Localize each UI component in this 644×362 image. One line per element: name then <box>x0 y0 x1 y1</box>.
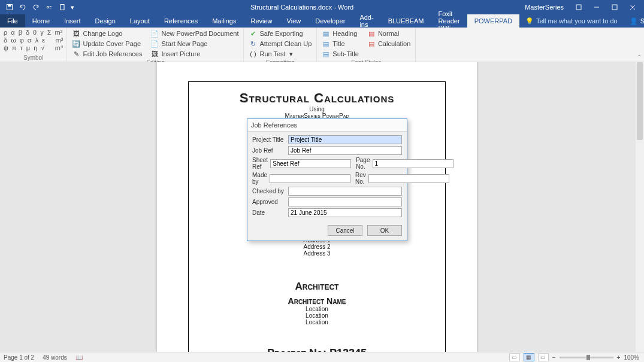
job-references-dialog: Job References Project Title Job Ref She… <box>247 118 407 241</box>
ribbon-group-editing: 🖼Change Logo 🔄Update Cover Page ✎Edit Jo… <box>67 28 244 62</box>
new-doc-icon: 📄 <box>150 29 159 38</box>
label-approved: Approved <box>252 199 286 205</box>
zoom-in-button[interactable]: + <box>617 354 621 361</box>
symbol-row-1[interactable]: ραβδθγΣm² <box>4 29 63 36</box>
tab-bluebeam[interactable]: BLUEBEAM <box>381 14 431 28</box>
web-layout-icon[interactable]: ▭ <box>538 353 549 361</box>
insert-picture-button[interactable]: 🖼Insert Picture <box>149 49 240 59</box>
undo-icon[interactable] <box>17 1 29 13</box>
svg-rect-6 <box>612 5 617 10</box>
update-cover-button[interactable]: 🔄Update Cover Page <box>71 39 143 48</box>
run-test-button[interactable]: ( )Run Test▾ <box>247 49 313 59</box>
label-checked-by: Checked by <box>252 188 286 194</box>
share-button[interactable]: 👤 Share <box>624 14 644 28</box>
label-date: Date <box>252 209 286 216</box>
style-icon: ▤ <box>367 39 376 48</box>
tell-me[interactable]: 💡 Tell me what you want to do <box>519 14 624 28</box>
label-project-title: Project Title <box>252 136 286 143</box>
zoom-slider[interactable] <box>560 357 613 358</box>
doc-using: Using <box>189 106 445 112</box>
svg-rect-3 <box>61 5 64 10</box>
edit-job-refs-button[interactable]: ✎Edit Job References <box>71 49 143 59</box>
status-page[interactable]: Page 1 of 2 <box>4 354 34 361</box>
tab-design[interactable]: Design <box>88 14 123 28</box>
doc-project-no: Project No: P12345 <box>189 347 445 352</box>
start-new-page-label: Start New Page <box>161 40 207 47</box>
save-icon[interactable] <box>4 1 16 13</box>
style-icon: ▤ <box>322 39 330 48</box>
tab-layout[interactable]: Layout <box>123 14 157 28</box>
input-checked-by[interactable] <box>288 187 402 196</box>
subtitle-label: Sub-Title <box>332 50 359 57</box>
status-words[interactable]: 49 words <box>43 354 67 361</box>
print-layout-icon[interactable]: ▦ <box>524 353 534 361</box>
edit-job-refs-label: Edit Job References <box>83 50 142 57</box>
title-bar: ▾ Structural Calculations.docx - Word Ma… <box>0 0 644 14</box>
collapse-ribbon-icon[interactable]: ⌃ <box>637 54 642 60</box>
zoom-level[interactable]: 100% <box>624 354 639 361</box>
proofing-icon[interactable]: 📖 <box>75 354 83 361</box>
heading-style-button[interactable]: ▤Heading <box>321 29 360 38</box>
tab-mailings[interactable]: Mailings <box>205 14 243 28</box>
style-icon: ▤ <box>367 29 376 38</box>
doc-main-title: Structural Calculations <box>189 90 445 106</box>
safe-exporting-button[interactable]: ✔Safe Exporting <box>247 29 313 38</box>
input-project-title[interactable] <box>288 135 402 144</box>
calculation-style-button[interactable]: ▤Calculation <box>366 39 412 48</box>
picture-icon: 🖼 <box>150 50 159 58</box>
scroll-thumb[interactable] <box>637 62 643 140</box>
doc-addr3: Address 3 <box>189 250 445 257</box>
check-icon: ✔ <box>249 29 257 38</box>
label-job-ref: Job Ref <box>252 147 286 154</box>
input-sheet-ref[interactable] <box>270 159 351 168</box>
tab-developer[interactable]: Developer <box>308 14 352 28</box>
read-mode-icon[interactable]: ▭ <box>509 353 520 361</box>
tab-foxit[interactable]: Foxit Reader PDF <box>431 14 467 28</box>
subtitle-style-button[interactable]: ▤Sub-Title <box>321 49 360 59</box>
redo-icon[interactable] <box>30 1 42 13</box>
touch-mode-icon[interactable] <box>43 1 55 13</box>
input-rev-no[interactable] <box>368 174 449 183</box>
close-icon[interactable] <box>624 0 642 14</box>
title-style-button[interactable]: ▤Title <box>321 39 360 48</box>
tab-insert[interactable]: Insert <box>57 14 88 28</box>
attempt-cleanup-button[interactable]: ↻Attempt Clean Up <box>247 39 313 48</box>
ribbon-options-icon[interactable] <box>570 0 588 14</box>
label-page-no: Page No. <box>353 157 370 170</box>
attempt-cleanup-label: Attempt Clean Up <box>259 40 312 47</box>
share-label: Share <box>640 17 644 25</box>
tab-references[interactable]: References <box>157 14 205 28</box>
cancel-button[interactable]: Cancel <box>328 225 362 236</box>
tab-view[interactable]: View <box>280 14 309 28</box>
input-date[interactable] <box>288 208 402 217</box>
maximize-icon[interactable] <box>606 0 624 14</box>
refresh-icon: 🔄 <box>72 39 80 48</box>
symbol-row-3[interactable]: ψπτμη√xm⁴ <box>4 44 63 52</box>
tab-home[interactable]: Home <box>25 14 57 28</box>
input-page-no[interactable] <box>373 159 453 168</box>
tab-powerpad[interactable]: POWERPAD <box>467 14 519 28</box>
update-cover-label: Update Cover Page <box>83 40 141 47</box>
input-approved[interactable] <box>288 197 402 206</box>
svg-point-2 <box>47 7 49 8</box>
new-powerpad-doc-button[interactable]: 📄New PowerPad Document <box>149 29 240 38</box>
bulb-icon: 💡 <box>525 17 534 25</box>
normal-style-button[interactable]: ▤Normal <box>366 29 412 38</box>
vertical-scrollbar[interactable] <box>636 62 644 352</box>
tab-file[interactable]: File <box>0 14 25 28</box>
ribbon-tabs: File Home Insert Design Layout Reference… <box>0 14 644 28</box>
input-made-by[interactable] <box>270 174 350 183</box>
tab-review[interactable]: Review <box>244 14 280 28</box>
start-new-page-button[interactable]: 📄Start New Page <box>149 39 240 48</box>
doc-loc2: Location <box>189 312 445 319</box>
tab-addins[interactable]: Add-ins <box>352 14 380 28</box>
input-job-ref[interactable] <box>288 146 402 155</box>
symbol-row-2[interactable]: δωφσλεxm³ <box>4 36 63 44</box>
refresh-icon: ↻ <box>249 39 257 48</box>
new-doc-icon[interactable] <box>56 1 68 13</box>
qat-more-icon[interactable]: ▾ <box>69 1 75 13</box>
zoom-out-button[interactable]: − <box>552 354 556 361</box>
change-logo-button[interactable]: 🖼Change Logo <box>71 29 143 38</box>
minimize-icon[interactable] <box>588 0 606 14</box>
ok-button[interactable]: OK <box>367 225 402 236</box>
